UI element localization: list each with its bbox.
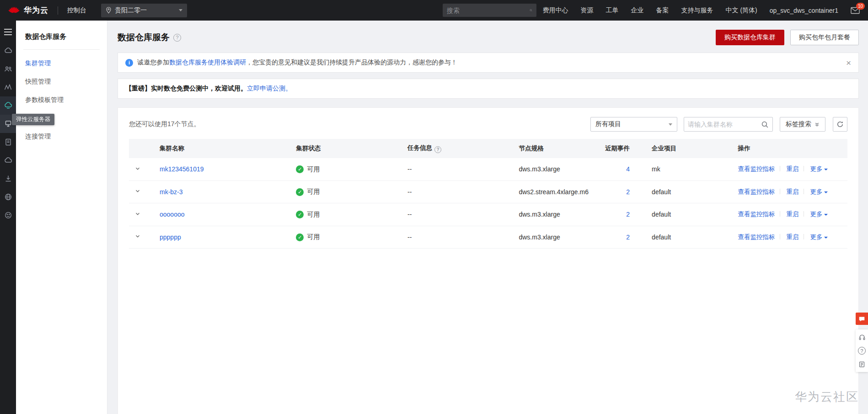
more-menu-link[interactable]: 更多	[810, 211, 828, 218]
restart-link[interactable]: 重启	[787, 165, 799, 172]
task-info-cell: --	[402, 226, 514, 249]
restart-link[interactable]: 重启	[787, 234, 799, 240]
view-monitoring-link[interactable]: 查看监控指标	[738, 165, 775, 172]
recent-events-link[interactable]: 2	[626, 234, 630, 241]
beta-apply-link[interactable]: 立即申请公测。	[247, 85, 292, 93]
rail-storage-cloud-icon[interactable]	[0, 151, 16, 170]
cluster-name-link[interactable]: ooooooo	[160, 211, 185, 218]
huawei-cloud-logo[interactable]: 华为云	[8, 5, 48, 16]
headset-icon[interactable]	[858, 333, 866, 341]
table-header-row: 集群名称 集群状态 任务信息 节点规格 近期事件 企业项目 操作	[129, 139, 847, 158]
more-menu-link[interactable]: 更多	[810, 188, 828, 195]
survey-link[interactable]: 数据仓库服务使用体验调研	[169, 58, 246, 67]
status-available-icon	[296, 211, 304, 218]
chevron-down-icon	[179, 9, 182, 11]
topbar-nav: 费用中心 资源 工单 企业 备案 支持与服务 中文 (简体) op_svc_dw…	[543, 6, 860, 15]
more-menu-link[interactable]: 更多	[810, 234, 828, 240]
nav-tickets[interactable]: 工单	[606, 6, 619, 15]
messages-button[interactable]: 10	[851, 7, 860, 14]
node-spec-cell: dws.m3.xlarge	[513, 226, 596, 249]
nav-billing-center[interactable]: 费用中心	[543, 6, 568, 15]
row-expand-chevron-icon[interactable]	[134, 211, 141, 217]
refresh-button[interactable]	[833, 117, 847, 132]
recent-events-link[interactable]: 4	[626, 165, 630, 173]
cluster-search-input[interactable]	[688, 121, 761, 128]
restart-link[interactable]: 重启	[787, 211, 799, 218]
rail-user-group-icon[interactable]	[0, 60, 16, 78]
nav-account-name[interactable]: op_svc_dws_container1	[770, 7, 838, 14]
column-cluster-name: 集群名称	[154, 139, 290, 158]
chevron-down-icon	[669, 123, 672, 126]
search-icon[interactable]	[761, 121, 769, 128]
filter-controls: 所有项目 标签搜索	[590, 117, 847, 132]
recent-events-link[interactable]: 2	[626, 211, 630, 218]
status-badge: 可用	[296, 165, 320, 174]
close-icon[interactable]: ×	[846, 58, 851, 67]
nav-console[interactable]: 控制台	[67, 6, 86, 15]
feedback-icon[interactable]	[858, 361, 866, 368]
nav-resources[interactable]: 资源	[581, 6, 594, 15]
search-icon[interactable]	[530, 7, 532, 14]
rail-waveform-icon[interactable]	[0, 78, 16, 96]
sidebar-item-cluster-management[interactable]: 集群管理	[16, 54, 107, 73]
double-chevron-down-icon	[814, 122, 820, 127]
main-content: 数据仓库服务 购买数据仓库集群 购买包年包月套餐 诚邀您参加 数据仓库服务使用体…	[107, 21, 868, 414]
cluster-name-link[interactable]: mk1234561019	[160, 165, 204, 173]
sidebar-divider	[23, 49, 100, 50]
cluster-name-link[interactable]: pppppp	[160, 234, 181, 241]
rail-download-icon[interactable]	[0, 170, 16, 188]
nav-support-service[interactable]: 支持与服务	[681, 6, 713, 15]
message-count-badge: 10	[856, 3, 865, 10]
cluster-search[interactable]	[684, 117, 773, 132]
row-expand-chevron-icon[interactable]	[134, 233, 141, 239]
buy-cluster-button[interactable]: 购买数据仓库集群	[716, 30, 784, 45]
status-available-icon	[296, 188, 304, 196]
task-info-help-icon[interactable]	[434, 146, 441, 153]
sidebar-item-connection-management[interactable]: 连接管理	[16, 127, 107, 146]
task-info-cell: --	[402, 180, 514, 203]
rail-dws-service-icon[interactable]	[0, 96, 16, 115]
global-search[interactable]	[443, 4, 536, 17]
view-monitoring-link[interactable]: 查看监控指标	[738, 211, 775, 218]
view-monitoring-link[interactable]: 查看监控指标	[738, 188, 775, 195]
nav-icp-filing[interactable]: 备案	[656, 6, 669, 15]
row-expand-chevron-icon[interactable]	[134, 165, 141, 172]
more-menu-link[interactable]: 更多	[810, 165, 828, 172]
node-quota-text: 您还可以使用17个节点。	[129, 120, 200, 128]
nav-language-switcher[interactable]: 中文 (简体)	[726, 6, 757, 15]
buy-package-button[interactable]: 购买包年包月套餐	[790, 30, 859, 45]
service-sidebar: 数据仓库服务 集群管理 快照管理 参数模板管理 事件管理 连接管理	[16, 21, 107, 414]
live-chat-button[interactable]	[856, 313, 868, 325]
rail-cloud-service-icon[interactable]	[0, 42, 16, 60]
tag-search-button[interactable]: 标签搜索	[780, 117, 825, 132]
cluster-list-card: 您还可以使用17个节点。 所有项目 标签搜索	[118, 107, 859, 414]
global-search-input[interactable]	[447, 7, 530, 14]
rail-support-icon[interactable]	[0, 206, 16, 224]
sidebar-item-snapshot-management[interactable]: 快照管理	[16, 73, 107, 91]
page-help-icon[interactable]	[173, 34, 181, 42]
rail-global-icon[interactable]	[0, 188, 16, 206]
node-spec-cell: dws2.stream.4xlarge.m6	[513, 180, 596, 203]
help-icon[interactable]	[858, 347, 866, 355]
project-select[interactable]: 所有项目	[590, 117, 677, 132]
beta-banner: 【重磅】实时数仓免费公测中，欢迎试用。 立即申请公测。	[118, 79, 859, 99]
recent-events-link[interactable]: 2	[626, 188, 630, 196]
node-spec-cell: dws.m3.xlarge	[513, 203, 596, 226]
column-task-info: 任务信息	[402, 139, 514, 158]
cluster-name-link[interactable]: mk-bz-3	[160, 188, 183, 196]
huawei-flower-icon	[8, 5, 20, 16]
side-tools-panel	[856, 329, 868, 372]
row-expand-chevron-icon[interactable]	[134, 188, 141, 194]
view-monitoring-link[interactable]: 查看监控指标	[738, 234, 775, 240]
task-info-cell: --	[402, 203, 514, 226]
status-badge: 可用	[296, 188, 320, 196]
node-spec-cell: dws.m3.xlarge	[513, 158, 596, 180]
sidebar-item-parameter-template[interactable]: 参数模板管理	[16, 91, 107, 109]
rail-document-icon[interactable]	[0, 133, 16, 151]
header-actions: 购买数据仓库集群 购买包年包月套餐	[716, 30, 859, 45]
nav-enterprise[interactable]: 企业	[631, 6, 644, 15]
status-available-icon	[296, 234, 304, 241]
hamburger-menu-icon[interactable]	[4, 23, 12, 42]
region-selector[interactable]: 贵阳二零一	[101, 4, 187, 17]
restart-link[interactable]: 重启	[787, 188, 799, 195]
